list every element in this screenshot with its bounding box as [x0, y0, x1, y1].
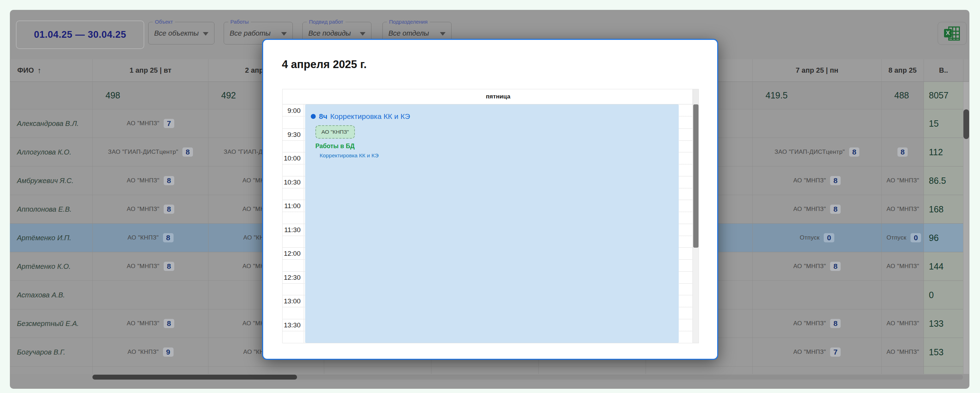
day-cell [208, 366, 324, 374]
column-header-fio[interactable]: ФИО↑ [10, 59, 92, 82]
day-cell[interactable]: АО "МНПЗ"8 [752, 309, 881, 338]
day-cell[interactable]: ЗАО "ГИАП-ДИСТцентр"8 [92, 138, 208, 167]
export-excel-button[interactable]: X [938, 22, 967, 45]
org-label: АО "МНПЗ" [793, 206, 826, 213]
horizontal-scrollbar[interactable] [92, 375, 963, 380]
calendar-header: пятница [283, 89, 698, 104]
row-total-cell: 153 [924, 338, 963, 366]
hours-badge: 8 [830, 176, 841, 185]
day-cell[interactable]: АО "МНПЗ"8 [92, 309, 208, 338]
time-label: 13:30 [283, 321, 301, 329]
day-cell[interactable]: 8 [881, 138, 924, 167]
employee-name-cell: Безсмертный Е.А. [10, 309, 92, 338]
event-title-link[interactable]: Корректировка КК и КЭ [330, 112, 410, 121]
totals-d1: 498 [92, 82, 208, 109]
day-cell[interactable] [881, 281, 924, 309]
row-total-cell: 112 [924, 138, 963, 167]
day-cell [10, 366, 92, 374]
hours-badge: 8 [849, 148, 860, 157]
table-row-clipped [10, 366, 969, 374]
org-label: АО "МНПЗ" [127, 177, 159, 184]
day-cell [324, 366, 431, 374]
totals-row-label-cell [10, 82, 92, 109]
org-label: АО "МНПЗ" [886, 206, 920, 213]
calendar-scrollbar-thumb[interactable] [693, 104, 698, 248]
employee-name-cell: Богучаров В.Г. [10, 338, 92, 366]
employee-name-cell: Апполонова Е.В. [10, 195, 92, 224]
date-range-picker[interactable]: 01.04.25 — 30.04.25 [16, 21, 144, 49]
org-label: АО "МНПЗ" [793, 177, 826, 184]
column-header-sum[interactable]: В.. [924, 59, 963, 82]
column-header-d1[interactable]: 1 апр 25 | вт [92, 59, 208, 82]
time-label: 12:30 [283, 274, 301, 282]
day-cell[interactable]: АО "МНПЗ"8 [92, 167, 208, 195]
day-cell[interactable] [752, 281, 881, 309]
day-cell[interactable] [752, 109, 881, 138]
time-label: 11:30 [283, 226, 301, 234]
employee-name-cell: Александрова В.Л. [10, 109, 92, 138]
day-cell[interactable]: АО "МНПЗ"8 [752, 195, 881, 224]
employee-name-cell: Амбружевич Я.С. [10, 167, 92, 195]
day-cell[interactable] [881, 109, 924, 138]
excel-table-icon: X [944, 27, 960, 41]
org-label: АО "МНПЗ" [793, 263, 826, 270]
hours-badge: 8 [164, 205, 174, 214]
hours-badge: 7 [164, 119, 174, 128]
column-header-d8[interactable]: 8 апр 25 [881, 59, 924, 82]
day-cell[interactable]: АО "МНПЗ"8 [752, 167, 881, 195]
event-org-tag: АО "КНПЗ" [315, 125, 355, 138]
column-header-d7[interactable]: 7 апр 25 | пн [752, 59, 881, 82]
day-cell [752, 366, 881, 374]
hours-badge: 7 [830, 347, 841, 356]
vertical-scrollbar[interactable] [963, 82, 969, 374]
org-label: ЗАО "ГИАП-ДИСТцентр" [775, 148, 845, 156]
horizontal-scrollbar-thumb[interactable] [92, 375, 297, 380]
time-label: 11:00 [283, 202, 301, 210]
time-label: 9:30 [283, 131, 301, 138]
day-cell[interactable]: АО "МНПЗ"7 [881, 338, 924, 366]
day-cell[interactable]: АО "МНПЗ"8 [752, 252, 881, 281]
blue-dot-icon [311, 114, 316, 119]
day-cell[interactable]: АО "КНПЗ"9 [92, 338, 208, 366]
org-label: АО "МНПЗ" [793, 348, 826, 356]
employee-name-cell: Астахова А.В. [10, 281, 92, 309]
org-label: АО "МНПЗ" [127, 263, 159, 270]
org-label: АО "МНПЗ" [127, 206, 159, 213]
day-cell [881, 366, 924, 374]
day-cell [646, 366, 752, 374]
date-range-value: 01.04.25 — 30.04.25 [34, 29, 126, 40]
event-work-subtype: Корректировка КК и КЭ [320, 153, 679, 159]
day-calendar: пятница 8ч Корректировка КК и КЭ АО "КНП… [282, 89, 699, 343]
org-label: АО "МНПЗ" [886, 263, 920, 270]
day-cell[interactable]: АО "МНПЗ"8 [881, 195, 924, 224]
filter-dropdown-1[interactable]: ОбъектВсе объекты [148, 22, 215, 45]
day-cell[interactable]: АО "МНПЗ"8 [881, 252, 924, 281]
org-label: Отпуск [800, 234, 819, 241]
hours-badge: 9 [163, 347, 173, 356]
org-label: ЗАО "ГИАП-ДИСТцентр" [108, 148, 178, 156]
employee-name-cell: Артёменко К.О. [10, 252, 92, 281]
time-gutter-divider [304, 104, 304, 343]
calendar-body: 8ч Корректировка КК и КЭ АО "КНПЗ" Работ… [283, 104, 698, 343]
day-cell[interactable] [92, 281, 208, 309]
calendar-event[interactable]: 8ч Корректировка КК и КЭ АО "КНПЗ" Работ… [305, 104, 679, 343]
day-cell[interactable]: АО "МНПЗ"8 [92, 252, 208, 281]
dropdown-selected-value: Все объекты [154, 22, 199, 44]
day-cell[interactable]: АО "МНПЗ"8 [92, 195, 208, 224]
day-cell[interactable]: АО "КНПЗ"8 [92, 224, 208, 252]
day-cell[interactable]: ЗАО "ГИАП-ДИСТцентр"8 [752, 138, 881, 167]
day-cell[interactable]: Отпуск0 [752, 224, 881, 252]
day-cell[interactable]: АО "МНПЗ"7 [752, 338, 881, 366]
day-cell[interactable]: АО "МНПЗ"7 [92, 109, 208, 138]
day-cell[interactable]: Отпуск0 [881, 224, 924, 252]
caret-down-icon [360, 32, 366, 36]
time-label: 9:00 [283, 107, 301, 115]
org-label: АО "МНПЗ" [127, 120, 159, 127]
day-cell[interactable]: АО "МНПЗ"8 [881, 309, 924, 338]
vertical-scrollbar-thumb[interactable] [963, 109, 969, 139]
weekday-label: пятница [304, 89, 692, 104]
hours-badge: 0 [824, 233, 834, 242]
calendar-scrollbar[interactable] [692, 104, 698, 343]
day-cell[interactable]: АО "МНПЗ"8 [881, 167, 924, 195]
row-total-cell: 0 [924, 281, 963, 309]
